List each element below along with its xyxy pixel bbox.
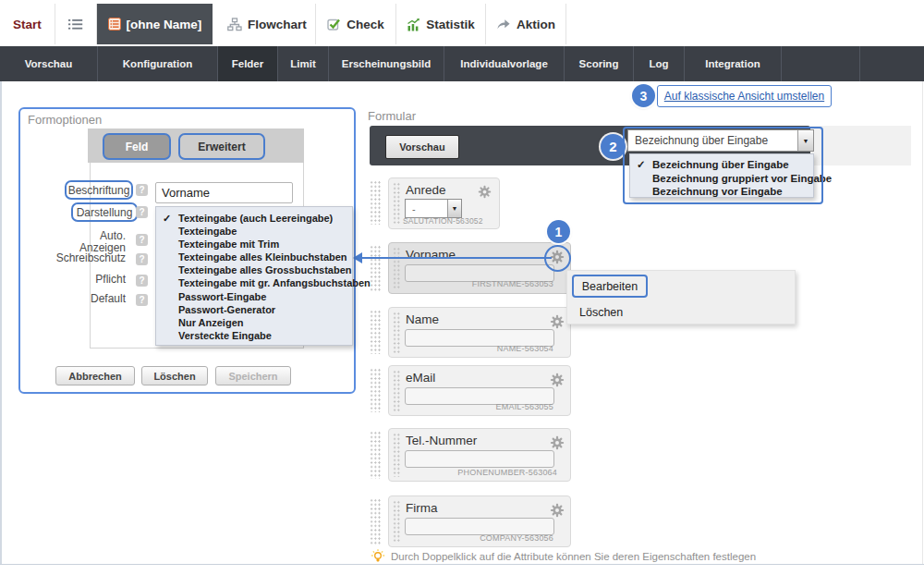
anrede-select-value: - <box>406 203 416 214</box>
label-position-select[interactable]: Bezeichnung über Eingabe ▼ <box>627 129 814 152</box>
dropdown-option[interactable]: Texteingabe mit Trim <box>156 238 346 251</box>
drag-handle[interactable] <box>370 245 382 291</box>
label-auto-anzeigen: Auto. Anzeigen <box>20 230 126 253</box>
classic-view-link[interactable]: Auf klassische Ansicht umstellen <box>664 90 824 103</box>
option-label: Bezeichnung vor Eingabe <box>652 186 783 197</box>
help-icon-auto-anzeigen[interactable]: ? <box>136 234 148 246</box>
field-card-anrede[interactable]: Anrede - ▼ SALUTATION-563052 <box>388 177 500 229</box>
field-card-firma[interactable]: Firma COMPANY-563056 <box>388 495 571 547</box>
drag-handle[interactable] <box>393 370 401 411</box>
option-label: Passwort-Generator <box>178 304 275 315</box>
list-icon <box>68 18 83 31</box>
drag-handle[interactable] <box>393 182 401 225</box>
field-card-email[interactable]: eMail EMAIL-563055 <box>388 365 571 416</box>
tab-aktion[interactable]: Aktion <box>486 4 566 44</box>
dropdown-option[interactable]: ✓ Bezeichnung über Eingabe <box>630 158 808 172</box>
help-icon-schreibschutz[interactable]: ? <box>136 253 148 265</box>
drag-handle[interactable] <box>370 310 382 354</box>
page-left-edge <box>0 81 2 565</box>
anrede-select[interactable]: - ▼ <box>405 199 462 218</box>
beschriftung-input[interactable] <box>155 182 293 203</box>
nav-limit[interactable]: Limit <box>277 46 328 81</box>
dropdown-option[interactable]: Texteingabe alles Grossbuchstaben <box>156 263 346 276</box>
annotation-badge-2: 2 <box>601 134 626 159</box>
field-id: EMAIL-563055 <box>496 402 553 411</box>
nav-log[interactable]: Log <box>633 46 684 81</box>
field-card-vorname[interactable]: Vorname FIRSTNAME-563053 <box>388 242 571 294</box>
tab-start-label: Start <box>13 18 42 31</box>
nav-vorschau[interactable]: Vorschau <box>0 46 97 81</box>
tab-feld[interactable]: Feld <box>103 133 171 160</box>
drag-handle[interactable] <box>393 247 401 289</box>
gear-icon[interactable] <box>550 373 565 387</box>
nav-spacer <box>781 46 859 81</box>
drag-handle[interactable] <box>370 431 382 479</box>
dropdown-option[interactable]: Nur Anzeigen <box>156 316 346 329</box>
dropdown-option[interactable]: Bezeichnung vor Eingabe <box>630 185 808 199</box>
nav-konfiguration-label: Konfiguration <box>123 58 192 69</box>
drag-handle[interactable] <box>370 498 382 544</box>
tab-check[interactable]: Check <box>316 4 396 44</box>
gear-icon[interactable] <box>550 503 565 518</box>
nav-erscheinungsbild[interactable]: Erscheinungsbild <box>328 46 444 81</box>
field-input[interactable] <box>405 450 554 468</box>
help-icon-beschriftung[interactable]: ? <box>136 184 148 196</box>
menu-item-bearbeiten[interactable]: Bearbeiten <box>572 275 648 298</box>
tab-list[interactable] <box>55 4 97 44</box>
gear-icon[interactable] <box>550 435 565 450</box>
annotation-badge-3: 3 <box>632 84 655 107</box>
drag-handle[interactable] <box>393 433 401 477</box>
statistics-icon <box>407 18 420 31</box>
nav-log-label: Log <box>649 58 668 69</box>
formular-toolbar-right <box>810 126 911 165</box>
list-icon-orange <box>108 18 121 31</box>
field-label: Anrede <box>406 183 446 197</box>
tab-flowchart[interactable]: Flowchart <box>219 4 316 44</box>
tab-statistik[interactable]: Statistik <box>396 4 486 44</box>
preview-button[interactable]: Vorschau <box>385 135 459 159</box>
drag-handle[interactable] <box>393 312 401 353</box>
gear-icon[interactable] <box>550 314 565 329</box>
field-label: eMail <box>406 371 435 385</box>
cancel-button[interactable]: Abbrechen <box>55 366 135 385</box>
dropdown-option[interactable]: Texteingabe <box>156 225 346 238</box>
tab-start[interactable]: Start <box>0 4 55 44</box>
section-nav: Vorschau Konfiguration Felder Limit Ersc… <box>0 46 924 81</box>
nav-integration[interactable]: Integration <box>684 46 781 81</box>
dropdown-option[interactable]: Bezeichnung gruppiert vor Eingabe <box>630 172 808 186</box>
dropdown-option[interactable]: ✓Texteingabe (auch Leereingabe) <box>156 212 346 225</box>
help-icon-default[interactable]: ? <box>136 294 148 306</box>
field-label: Tel.-Nummer <box>406 434 477 447</box>
help-icon-darstellung[interactable]: ? <box>136 206 148 218</box>
content-area: 3 Auf klassische Ansicht umstellen Formo… <box>0 81 924 575</box>
label-beschriftung: Beschriftung <box>65 180 133 200</box>
tab-erweitert[interactable]: Erweitert <box>178 133 265 160</box>
option-label: Texteingabe alles Kleinbuchstaben <box>178 251 347 263</box>
menu-item-loeschen[interactable]: Löschen <box>579 306 623 319</box>
gear-icon[interactable] <box>478 185 492 199</box>
drag-handle[interactable] <box>370 368 382 412</box>
delete-button[interactable]: Löschen <box>141 366 208 385</box>
drag-handle[interactable] <box>393 500 401 543</box>
save-button[interactable]: Speichern <box>215 366 291 385</box>
nav-konfiguration[interactable]: Konfiguration <box>97 46 217 81</box>
dropdown-option[interactable]: Texteingabe alles Kleinbuchstaben <box>156 251 346 263</box>
nav-scoring[interactable]: Scoring <box>564 46 633 81</box>
dropdown-option[interactable]: Passwort-Eingabe <box>156 290 346 303</box>
nav-vorschau-label: Vorschau <box>25 58 73 69</box>
tab-ohne-name[interactable]: [ohne Name] <box>97 4 213 44</box>
field-card-telnummer[interactable]: Tel.-Nummer PHONENUMBER-563064 <box>388 428 571 482</box>
annotation-arrow <box>361 257 552 259</box>
nav-felder[interactable]: Felder <box>217 46 277 81</box>
help-icon-pflicht[interactable]: ? <box>136 275 148 287</box>
dropdown-option[interactable]: Passwort-Generator <box>156 303 346 316</box>
label-position-select-value: Bezeichnung über Eingabe <box>628 134 768 147</box>
gear-icon[interactable] <box>550 250 565 264</box>
nav-felder-label: Felder <box>232 58 264 69</box>
drag-handle[interactable] <box>370 180 382 225</box>
nav-individualvorlage[interactable]: Individualvorlage <box>444 46 564 81</box>
dropdown-option[interactable]: Texteingabe mit gr. Anfangsbuchstaben <box>156 276 346 289</box>
field-card-name[interactable]: Name NAME-563054 <box>388 307 571 358</box>
dropdown-option[interactable]: Versteckte Eingabe <box>156 329 346 342</box>
option-label: Texteingabe mit Trim <box>178 239 279 250</box>
